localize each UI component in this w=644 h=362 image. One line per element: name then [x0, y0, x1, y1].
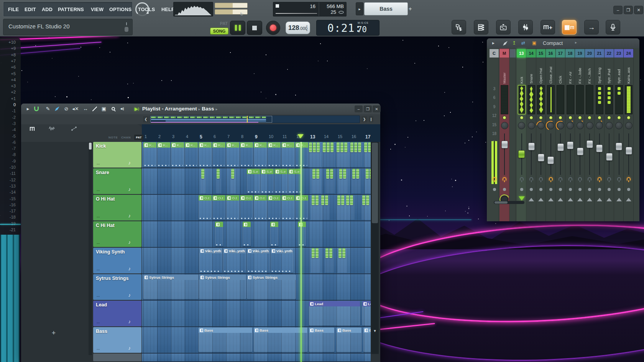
- dock-icon[interactable]: ⇄: [521, 40, 525, 46]
- track-header-c-hi-hat[interactable]: C Hi Hat...♪: [93, 221, 141, 247]
- mini-clip[interactable]: [354, 142, 357, 152]
- route-up-icon[interactable]: [577, 198, 583, 201]
- playlist-close-button[interactable]: ✕: [373, 105, 381, 112]
- track-header-viking-synth[interactable]: Viking Synth...♪: [93, 248, 141, 273]
- track-header-kick[interactable]: Kick...♪: [93, 142, 141, 168]
- mini-clip[interactable]: [352, 169, 355, 179]
- mixer-channel-fx-lode[interactable]: 19FX -..lode: [575, 48, 585, 221]
- link-dot[interactable]: [588, 188, 591, 191]
- pan-knob[interactable]: [577, 122, 584, 129]
- channel-mute-led[interactable]: [539, 116, 543, 120]
- channel-mute-led[interactable]: [588, 116, 591, 120]
- latch-icon[interactable]: [617, 177, 621, 183]
- draw-pencil-icon[interactable]: ✎: [44, 105, 52, 112]
- track-header-o-hi-hat[interactable]: O Hi Hat...♪: [93, 195, 141, 220]
- menu-item-options[interactable]: OPTIONS: [109, 7, 131, 12]
- fader-track[interactable]: [619, 133, 619, 175]
- pattern-selector-value[interactable]: Bass: [364, 2, 408, 15]
- latch-icon[interactable]: [539, 177, 543, 183]
- route-up-icon[interactable]: [538, 198, 544, 201]
- detach-arrow-icon[interactable]: ▸: [492, 40, 495, 46]
- channel-number[interactable]: 23: [614, 49, 623, 58]
- link-dot[interactable]: [530, 188, 533, 191]
- clip-s-e[interactable]: S.e: [288, 169, 301, 193]
- menu-item-edit[interactable]: EDIT: [25, 7, 36, 12]
- link-dot[interactable]: [539, 188, 542, 191]
- record-button[interactable]: [266, 21, 280, 35]
- mini-clip[interactable]: [368, 142, 371, 152]
- mini-clip[interactable]: [309, 142, 312, 152]
- playlist-minimap[interactable]: [150, 115, 360, 123]
- minimap-view-range[interactable]: [150, 116, 272, 123]
- channel-number[interactable]: 15: [536, 49, 545, 58]
- mute-tool-icon[interactable]: ◂✕: [72, 105, 79, 112]
- pattern-selector-arrow[interactable]: ▸: [356, 2, 363, 15]
- track-lane-sytrus-strings[interactable]: Sytrus StringsSytrus StringsSytrus Strin…: [142, 274, 371, 301]
- mini-clip[interactable]: [362, 195, 365, 205]
- channel-mute-led[interactable]: [578, 116, 582, 120]
- track-lane-viking-synth[interactable]: Viki..ynthViki..ynthViki..ynthViki..ynth: [142, 248, 371, 274]
- clip-s-e[interactable]: S.e: [274, 169, 288, 193]
- fader-thumb[interactable]: [626, 147, 632, 155]
- fader-thumb[interactable]: [538, 154, 544, 161]
- mixer-channel-synt-king[interactable]: 21Synt..king: [595, 48, 604, 221]
- channel-mute-led[interactable]: [529, 116, 533, 120]
- pan-knob[interactable]: [557, 122, 564, 129]
- mixer-channel-fx-air[interactable]: 18FX - Air: [565, 48, 575, 221]
- picker-scrollbar[interactable]: [89, 142, 92, 355]
- playlist-titlebar[interactable]: ▸✎⊘◂✕↔▣◀❙ ▶) Playlist - Arrangement ▸ Ba…: [21, 104, 380, 114]
- clip-lead[interactable]: Lead: [362, 301, 371, 326]
- channel-number[interactable]: 21: [595, 49, 604, 58]
- route-up-icon[interactable]: [548, 198, 554, 201]
- paint-icon[interactable]: [503, 41, 508, 47]
- track-options[interactable]: ...: [97, 320, 100, 324]
- clip-k-[interactable]: K..: [157, 142, 170, 167]
- mini-clip[interactable]: [329, 248, 332, 258]
- mini-clip[interactable]: [344, 142, 347, 152]
- stop-button[interactable]: [247, 21, 262, 35]
- scroll-right-button[interactable]: ❯: [361, 116, 367, 122]
- window-close-button[interactable]: ✕: [634, 6, 643, 14]
- mini-clip[interactable]: [342, 248, 345, 258]
- latch-icon[interactable]: [558, 177, 563, 183]
- fader-thumb[interactable]: [547, 156, 554, 164]
- mini-clip[interactable]: [370, 169, 371, 179]
- channel-mute-led[interactable]: [503, 116, 506, 120]
- latch-icon[interactable]: [578, 177, 582, 183]
- clip-o-t[interactable]: O.t: [199, 195, 212, 220]
- channel-mute-led[interactable]: [559, 116, 562, 120]
- mixer-channel-sytr-pad[interactable]: 22Sytr..Pad: [605, 48, 614, 221]
- clip-viki-ynth[interactable]: Viki..ynth: [247, 248, 270, 273]
- link-dot[interactable]: [559, 188, 562, 191]
- mixer-channel-master[interactable]: MMaster: [499, 48, 509, 221]
- music-note-icon[interactable]: ♪: [128, 266, 131, 272]
- mini-clip[interactable]: [312, 169, 315, 179]
- music-note-icon[interactable]: ♪: [128, 319, 131, 324]
- mini-clip[interactable]: [337, 142, 340, 152]
- latch-icon[interactable]: [587, 177, 592, 183]
- mixer-more-icon[interactable]: ▸: [575, 40, 577, 44]
- mixer-titlebar[interactable]: ▸ ↥ ⇄ ▣ Compact ▸: [487, 38, 639, 48]
- clip-c-hi-hat[interactable]: [215, 222, 223, 246]
- mini-clip[interactable]: [338, 248, 342, 258]
- clip-o-t[interactable]: O.t: [240, 195, 253, 220]
- menu-item-view[interactable]: VIEW: [91, 7, 104, 12]
- mini-clip[interactable]: [317, 142, 320, 152]
- track-options[interactable]: ...: [97, 214, 100, 218]
- mini-clip[interactable]: [323, 142, 326, 152]
- clip-k-[interactable]: K..: [143, 142, 156, 167]
- clip-s-e[interactable]: S.e: [261, 169, 274, 193]
- fader-thumb[interactable]: [518, 150, 525, 158]
- track-header-lead[interactable]: Lead...♪: [93, 301, 141, 326]
- scroll-end-button[interactable]: ❙: [369, 116, 373, 122]
- refresh-icon[interactable]: ↻: [240, 12, 243, 17]
- clip-k-[interactable]: K..: [240, 142, 253, 167]
- pattern-add-button[interactable]: +: [409, 4, 414, 14]
- mini-clip[interactable]: [346, 195, 349, 205]
- clip-o-t[interactable]: O.t: [268, 195, 281, 220]
- channel-mute-led[interactable]: [617, 116, 621, 120]
- mini-clip[interactable]: [366, 195, 369, 205]
- mixer-scrollbar[interactable]: [494, 201, 524, 204]
- latch-icon[interactable]: [502, 177, 507, 183]
- mixer-channel-close-hat[interactable]: 16Close..Hat: [546, 48, 555, 221]
